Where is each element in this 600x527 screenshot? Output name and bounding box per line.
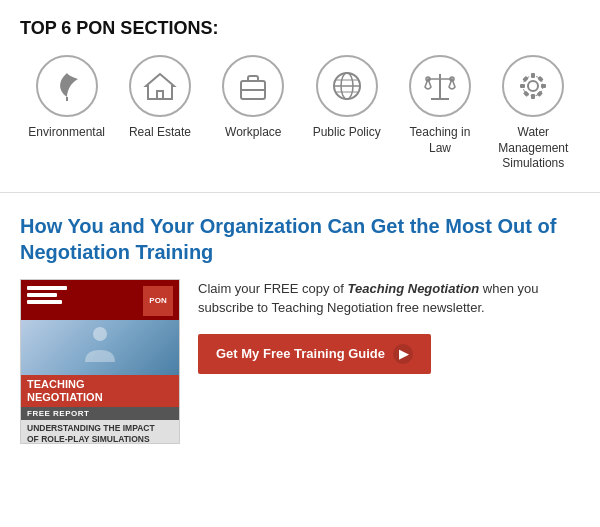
bottom-section: How You and Your Organization Can Get th…: [0, 193, 600, 464]
book-title-band: TEACHINGNEGOTIATION: [21, 375, 179, 407]
book-person-image: [75, 322, 125, 372]
bottom-text: Claim your FREE copy of Teaching Negotia…: [198, 279, 580, 444]
icon-label-public-policy: Public Policy: [313, 125, 381, 141]
icons-row: Environmental Real Estate Workplace: [20, 55, 580, 172]
icon-item-environmental[interactable]: Environmental: [22, 55, 112, 141]
icon-item-teaching-in-law[interactable]: Teaching inLaw: [395, 55, 485, 156]
icon-item-public-policy[interactable]: Public Policy: [302, 55, 392, 141]
svg-rect-20: [541, 84, 546, 88]
icon-circle-public-policy: [316, 55, 378, 117]
icon-label-water-management: WaterManagementSimulations: [498, 125, 568, 172]
cta-button[interactable]: Get My Free Training Guide ▶: [198, 334, 431, 374]
globe-icon: [330, 69, 364, 103]
icon-circle-teaching-in-law: [409, 55, 471, 117]
svg-rect-2: [157, 91, 163, 99]
svg-rect-17: [531, 73, 535, 78]
scale-icon: [423, 69, 457, 103]
svg-rect-22: [538, 76, 544, 82]
book-subtitle-band: UNDERSTANDING THE IMPACTOF ROLE-PLAY SIM…: [21, 420, 179, 444]
icon-item-real-estate[interactable]: Real Estate: [115, 55, 205, 141]
bottom-description: Claim your FREE copy of Teaching Negotia…: [198, 279, 580, 318]
desc-start: Claim your FREE copy of: [198, 281, 348, 296]
top-section: TOP 6 PON SECTIONS: Environmental Real E…: [0, 0, 600, 193]
book-image-area: [21, 320, 179, 375]
svg-marker-1: [146, 74, 174, 99]
book-free-report: FREE REPORT: [21, 407, 179, 420]
icon-label-environmental: Environmental: [28, 125, 105, 141]
bottom-content: PON TEACHINGNEGOTIATION FREE REPORT UNDE…: [20, 279, 580, 444]
book-cover: PON TEACHINGNEGOTIATION FREE REPORT UNDE…: [20, 279, 180, 444]
icon-label-real-estate: Real Estate: [129, 125, 191, 141]
svg-point-15: [528, 81, 538, 91]
book-line-3: [27, 300, 62, 304]
cta-label: Get My Free Training Guide: [216, 346, 385, 361]
book-line-2: [27, 293, 57, 297]
svg-rect-21: [523, 76, 529, 82]
icon-circle-real-estate: [129, 55, 191, 117]
icon-label-teaching-in-law: Teaching inLaw: [410, 125, 471, 156]
svg-rect-18: [531, 94, 535, 99]
book-title-inline: Teaching Negotiation: [348, 281, 480, 296]
icon-circle-water-management: [502, 55, 564, 117]
section-title: TOP 6 PON SECTIONS:: [20, 18, 580, 39]
house-icon: [143, 69, 177, 103]
book-line-1: [27, 286, 67, 290]
book-top-area: PON: [21, 280, 179, 320]
icon-label-workplace: Workplace: [225, 125, 281, 141]
icon-item-water-management[interactable]: WaterManagementSimulations: [488, 55, 578, 172]
gear-icon: [516, 69, 550, 103]
icon-circle-workplace: [222, 55, 284, 117]
book-top-lines: [27, 286, 67, 304]
book-logo: PON: [143, 286, 173, 316]
cta-arrow-icon: ▶: [393, 344, 413, 364]
svg-point-25: [93, 327, 107, 341]
briefcase-icon: [236, 69, 270, 103]
svg-rect-23: [523, 91, 529, 97]
svg-rect-24: [537, 91, 543, 97]
leaf-icon: [50, 69, 84, 103]
bottom-title: How You and Your Organization Can Get th…: [20, 213, 580, 265]
svg-rect-19: [520, 84, 525, 88]
icon-item-workplace[interactable]: Workplace: [208, 55, 298, 141]
icon-circle-environmental: [36, 55, 98, 117]
